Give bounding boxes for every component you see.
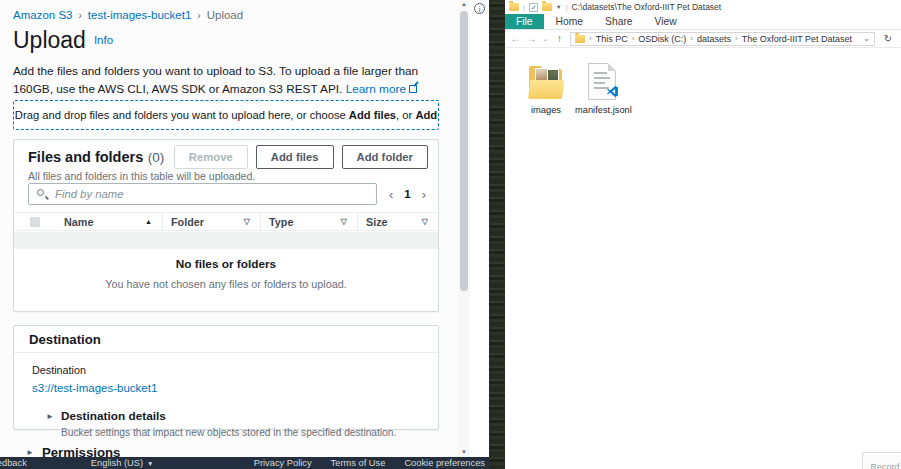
previous-page-button[interactable]: ‹ [389, 187, 393, 202]
document-icon [588, 63, 616, 100]
address-dropdown-icon[interactable]: ⌄ [863, 34, 870, 43]
add-folder-button[interactable]: Add folder [342, 145, 428, 169]
cookie-preferences-link[interactable]: Cookie preferences [404, 458, 485, 468]
recent-locations-icon[interactable]: ⌄ [542, 35, 549, 43]
caret-right-icon: ► [26, 448, 34, 457]
destination-details-description: Bucket settings that impact new objects … [61, 427, 420, 438]
terms-of-use-link[interactable]: Terms of Use [331, 458, 386, 468]
scroll-down-arrow[interactable]: ▼ [458, 449, 470, 455]
crumb-separator: › [735, 34, 738, 43]
side-gutter: i [470, 0, 489, 457]
remove-button[interactable]: Remove [174, 145, 248, 169]
learn-more-link[interactable]: Learn more [346, 82, 406, 96]
page-description: Add the files and folders you want to up… [13, 62, 437, 99]
breadcrumb-separator: › [72, 10, 87, 21]
next-page-button[interactable]: › [422, 187, 426, 202]
caret-right-icon: ► [46, 412, 54, 421]
drag-drop-zone[interactable]: Drag and drop files and folders you want… [13, 100, 439, 130]
up-button[interactable]: ↑ [554, 33, 565, 44]
table-divider-band [14, 232, 438, 249]
breadcrumb: Amazon S3 › test-images-bucket1 › Upload [13, 9, 243, 21]
destination-bucket-link[interactable]: s3://test-images-bucket1 [32, 382, 157, 394]
file-item-images-folder[interactable]: images [519, 56, 573, 115]
empty-state: No files or folders You have not chosen … [14, 257, 438, 290]
files-card-title: Files and folders [28, 149, 143, 165]
tab-share[interactable]: Share [595, 14, 642, 29]
destination-details-expander[interactable]: ► Destination details [46, 409, 420, 423]
ribbon-tabs: File Home Share View [505, 14, 901, 30]
breadcrumb-bucket[interactable]: test-images-bucket1 [88, 9, 192, 21]
explorer-content: images manifest.jsonl [505, 48, 901, 468]
refresh-button[interactable]: ↻ [880, 33, 896, 44]
quick-access-toolbar-caret-icon[interactable]: ▼ [556, 4, 561, 10]
console-footer: Feedback English (US)▼ Privacy Policy Te… [0, 457, 490, 469]
page-number[interactable]: 1 [404, 188, 410, 200]
select-all-checkbox[interactable] [30, 217, 40, 227]
empty-state-title: No files or folders [14, 257, 438, 271]
file-item-label: manifest.jsonl [575, 105, 629, 115]
tab-view[interactable]: View [645, 14, 687, 29]
page-title: UploadInfo [13, 27, 113, 54]
language-label: English (US) [91, 458, 143, 468]
page-scrollbar[interactable]: ▲ ▼ [458, 0, 470, 457]
filter-icon[interactable]: ▽ [341, 217, 347, 226]
destination-card-body: Destination s3://test-images-bucket1 ► D… [14, 353, 438, 438]
breadcrumb-separator: › [191, 10, 206, 21]
address-bar[interactable]: › This PC › OSDisk (C:) › datasets › The… [570, 32, 875, 46]
scrollbar-thumb[interactable] [460, 11, 468, 291]
quick-access-properties-icon[interactable]: ✓ [529, 3, 538, 12]
address-crumb-datasets[interactable]: datasets [697, 34, 731, 44]
column-header-type[interactable]: Type ▽ [260, 213, 357, 230]
address-crumb-this-pc[interactable]: This PC [596, 34, 628, 44]
crumb-separator: › [632, 34, 635, 43]
column-label: Folder [171, 216, 204, 228]
quick-access-new-folder-icon[interactable] [542, 3, 552, 11]
filter-icon[interactable]: ▽ [244, 217, 250, 226]
breadcrumb-amazon-s3[interactable]: Amazon S3 [13, 9, 72, 21]
column-header-size[interactable]: Size ▽ [357, 213, 438, 230]
file-explorer-window: | ✓ ▼ | C:\datasets\The Oxford-IIIT Pet … [505, 0, 901, 469]
explorer-title-bar: | ✓ ▼ | C:\datasets\The Oxford-IIIT Pet … [505, 0, 901, 14]
add-files-button[interactable]: Add files [256, 145, 334, 169]
crumb-separator: › [589, 34, 592, 43]
filter-icon[interactable]: ▽ [422, 217, 428, 226]
folder-icon [519, 56, 573, 100]
back-button[interactable]: ← [510, 33, 521, 44]
screen: Amazon S3 › test-images-bucket1 › Upload… [0, 0, 901, 469]
record-button[interactable]: Record [862, 452, 901, 469]
search-input[interactable] [29, 184, 376, 204]
privacy-policy-link[interactable]: Privacy Policy [254, 458, 312, 468]
feedback-link[interactable]: Feedback [0, 458, 27, 468]
desktop-background-strip [489, 0, 505, 469]
destination-details-label: Destination details [61, 409, 166, 423]
address-crumb-osdisk[interactable]: OSDisk (C:) [638, 34, 686, 44]
files-card-subtitle: All files and folders in this table will… [28, 170, 428, 182]
page-title-text: Upload [13, 27, 86, 53]
permissions-expander[interactable]: ► Permissions [26, 445, 120, 457]
destination-label: Destination [32, 364, 420, 376]
info-icon[interactable]: i [474, 3, 485, 14]
files-count: (0) [148, 150, 165, 165]
column-label: Size [366, 216, 388, 228]
files-card-actions: Remove Add files Add folder [174, 145, 428, 169]
info-link[interactable]: Info [94, 34, 113, 46]
titlebar-separator: | [523, 3, 525, 12]
external-link-icon [409, 85, 417, 93]
s3-upload-page: Amazon S3 › test-images-bucket1 › Upload… [0, 0, 458, 457]
window-folder-icon [509, 3, 519, 11]
address-crumb-current-folder[interactable]: The Oxford-IIIT Pet Dataset [742, 34, 852, 44]
column-label: Name [64, 216, 93, 228]
destination-card-header: Destination [14, 326, 438, 353]
file-item-manifest-jsonl[interactable]: manifest.jsonl [575, 56, 629, 115]
sort-ascending-icon[interactable]: ▲ [145, 218, 152, 225]
crumb-separator: › [690, 34, 693, 43]
tab-file[interactable]: File [505, 14, 544, 29]
language-selector[interactable]: English (US)▼ [91, 458, 154, 468]
window-title-path: C:\datasets\The Oxford-IIIT Pet Dataset [572, 2, 722, 12]
table-header: Name ▲ Folder ▽ Type ▽ Size ▽ [14, 212, 438, 231]
tab-home[interactable]: Home [546, 14, 593, 29]
forward-button[interactable]: → [526, 33, 537, 44]
column-header-folder[interactable]: Folder ▽ [162, 213, 260, 230]
column-header-name[interactable]: Name ▲ [56, 213, 162, 230]
scroll-up-arrow[interactable]: ▲ [458, 1, 470, 7]
